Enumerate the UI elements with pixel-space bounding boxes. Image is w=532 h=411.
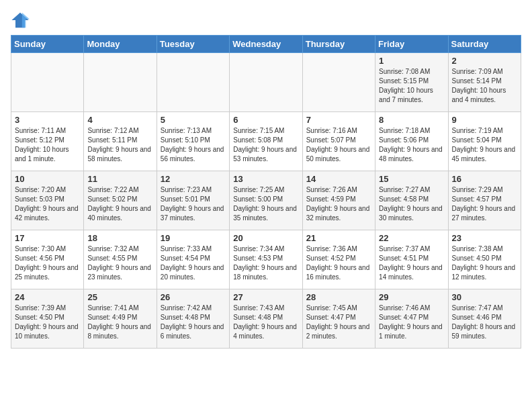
day-info: Sunrise: 7:15 AM Sunset: 5:08 PM Dayligh… — [233, 126, 298, 164]
day-info: Sunrise: 7:29 AM Sunset: 4:57 PM Dayligh… — [452, 185, 517, 223]
day-info: Sunrise: 7:37 AM Sunset: 4:51 PM Dayligh… — [379, 244, 444, 282]
header-tuesday: Tuesday — [157, 36, 229, 53]
day-cell: 27Sunrise: 7:43 AM Sunset: 4:48 PM Dayli… — [230, 289, 302, 349]
day-cell: 21Sunrise: 7:36 AM Sunset: 4:52 PM Dayli… — [302, 230, 375, 289]
day-cell — [84, 53, 157, 112]
day-number: 23 — [452, 233, 517, 243]
day-info: Sunrise: 7:30 AM Sunset: 4:56 PM Dayligh… — [15, 244, 80, 282]
day-cell: 24Sunrise: 7:39 AM Sunset: 4:50 PM Dayli… — [11, 289, 84, 349]
day-info: Sunrise: 7:33 AM Sunset: 4:54 PM Dayligh… — [161, 244, 226, 282]
day-cell — [302, 53, 375, 112]
calendar-table: SundayMondayTuesdayWednesdayThursdayFrid… — [11, 35, 521, 349]
day-info: Sunrise: 7:08 AM Sunset: 5:15 PM Dayligh… — [379, 67, 444, 105]
day-cell: 11Sunrise: 7:22 AM Sunset: 5:02 PM Dayli… — [84, 171, 157, 230]
day-number: 22 — [379, 233, 444, 243]
day-number: 15 — [379, 174, 444, 184]
week-row-2: 3Sunrise: 7:11 AM Sunset: 5:12 PM Daylig… — [11, 112, 521, 171]
day-number: 30 — [452, 292, 517, 302]
day-cell: 14Sunrise: 7:26 AM Sunset: 4:59 PM Dayli… — [302, 171, 375, 230]
day-cell: 3Sunrise: 7:11 AM Sunset: 5:12 PM Daylig… — [11, 112, 84, 171]
header-saturday: Saturday — [448, 36, 521, 53]
header-sunday: Sunday — [11, 36, 84, 53]
header-row: SundayMondayTuesdayWednesdayThursdayFrid… — [11, 36, 521, 53]
day-number: 19 — [161, 233, 226, 243]
day-info: Sunrise: 7:46 AM Sunset: 4:47 PM Dayligh… — [379, 304, 444, 341]
logo-icon — [11, 11, 30, 30]
header-friday: Friday — [375, 36, 448, 53]
calendar-body: 1Sunrise: 7:08 AM Sunset: 5:15 PM Daylig… — [11, 53, 521, 349]
day-info: Sunrise: 7:36 AM Sunset: 4:52 PM Dayligh… — [306, 244, 371, 282]
day-info: Sunrise: 7:09 AM Sunset: 5:14 PM Dayligh… — [452, 67, 517, 105]
day-number: 13 — [233, 174, 298, 184]
day-number: 12 — [161, 174, 226, 184]
day-cell: 13Sunrise: 7:25 AM Sunset: 5:00 PM Dayli… — [230, 171, 302, 230]
day-info: Sunrise: 7:34 AM Sunset: 4:53 PM Dayligh… — [233, 244, 298, 282]
page-header — [11, 11, 521, 30]
day-number: 24 — [15, 292, 80, 302]
day-cell: 1Sunrise: 7:08 AM Sunset: 5:15 PM Daylig… — [375, 53, 448, 112]
day-number: 6 — [233, 115, 298, 125]
day-info: Sunrise: 7:45 AM Sunset: 4:47 PM Dayligh… — [306, 304, 371, 341]
day-cell: 8Sunrise: 7:18 AM Sunset: 5:06 PM Daylig… — [375, 112, 448, 171]
day-cell: 6Sunrise: 7:15 AM Sunset: 5:08 PM Daylig… — [230, 112, 302, 171]
day-cell: 22Sunrise: 7:37 AM Sunset: 4:51 PM Dayli… — [375, 230, 448, 289]
day-number: 5 — [161, 115, 226, 125]
day-number: 9 — [452, 115, 517, 125]
day-number: 2 — [452, 56, 517, 66]
day-info: Sunrise: 7:27 AM Sunset: 4:58 PM Dayligh… — [379, 185, 444, 223]
day-number: 28 — [306, 292, 371, 302]
day-info: Sunrise: 7:43 AM Sunset: 4:48 PM Dayligh… — [233, 304, 298, 341]
day-number: 14 — [306, 174, 371, 184]
day-number: 29 — [379, 292, 444, 302]
day-number: 7 — [306, 115, 371, 125]
day-info: Sunrise: 7:19 AM Sunset: 5:04 PM Dayligh… — [452, 126, 517, 164]
day-number: 10 — [15, 174, 80, 184]
day-number: 11 — [87, 174, 152, 184]
day-info: Sunrise: 7:25 AM Sunset: 5:00 PM Dayligh… — [233, 185, 298, 223]
day-cell: 29Sunrise: 7:46 AM Sunset: 4:47 PM Dayli… — [375, 289, 448, 349]
day-info: Sunrise: 7:23 AM Sunset: 5:01 PM Dayligh… — [161, 185, 226, 223]
day-cell — [11, 53, 84, 112]
day-cell: 10Sunrise: 7:20 AM Sunset: 5:03 PM Dayli… — [11, 171, 84, 230]
day-cell: 28Sunrise: 7:45 AM Sunset: 4:47 PM Dayli… — [302, 289, 375, 349]
day-number: 20 — [233, 233, 298, 243]
day-info: Sunrise: 7:32 AM Sunset: 4:55 PM Dayligh… — [87, 244, 152, 282]
day-info: Sunrise: 7:38 AM Sunset: 4:50 PM Dayligh… — [452, 244, 517, 282]
day-number: 26 — [161, 292, 226, 302]
day-info: Sunrise: 7:16 AM Sunset: 5:07 PM Dayligh… — [306, 126, 371, 164]
day-cell: 19Sunrise: 7:33 AM Sunset: 4:54 PM Dayli… — [157, 230, 229, 289]
svg-marker-0 — [11, 13, 28, 28]
day-cell: 2Sunrise: 7:09 AM Sunset: 5:14 PM Daylig… — [448, 53, 521, 112]
day-info: Sunrise: 7:18 AM Sunset: 5:06 PM Dayligh… — [379, 126, 444, 164]
day-number: 3 — [15, 115, 80, 125]
day-cell: 9Sunrise: 7:19 AM Sunset: 5:04 PM Daylig… — [448, 112, 521, 171]
day-info: Sunrise: 7:42 AM Sunset: 4:48 PM Dayligh… — [161, 304, 226, 341]
logo — [11, 11, 34, 30]
header-thursday: Thursday — [302, 36, 375, 53]
day-info: Sunrise: 7:26 AM Sunset: 4:59 PM Dayligh… — [306, 185, 371, 223]
day-cell: 17Sunrise: 7:30 AM Sunset: 4:56 PM Dayli… — [11, 230, 84, 289]
day-number: 17 — [15, 233, 80, 243]
week-row-3: 10Sunrise: 7:20 AM Sunset: 5:03 PM Dayli… — [11, 171, 521, 230]
day-info: Sunrise: 7:41 AM Sunset: 4:49 PM Dayligh… — [87, 304, 152, 341]
day-cell: 18Sunrise: 7:32 AM Sunset: 4:55 PM Dayli… — [84, 230, 157, 289]
week-row-4: 17Sunrise: 7:30 AM Sunset: 4:56 PM Dayli… — [11, 230, 521, 289]
day-info: Sunrise: 7:39 AM Sunset: 4:50 PM Dayligh… — [15, 304, 80, 341]
day-number: 18 — [87, 233, 152, 243]
day-cell: 20Sunrise: 7:34 AM Sunset: 4:53 PM Dayli… — [230, 230, 302, 289]
day-info: Sunrise: 7:12 AM Sunset: 5:11 PM Dayligh… — [87, 126, 152, 164]
day-info: Sunrise: 7:22 AM Sunset: 5:02 PM Dayligh… — [87, 185, 152, 223]
week-row-1: 1Sunrise: 7:08 AM Sunset: 5:15 PM Daylig… — [11, 53, 521, 112]
day-number: 16 — [452, 174, 517, 184]
day-number: 4 — [87, 115, 152, 125]
day-number: 1 — [379, 56, 444, 66]
day-cell: 25Sunrise: 7:41 AM Sunset: 4:49 PM Dayli… — [84, 289, 157, 349]
header-monday: Monday — [84, 36, 157, 53]
day-number: 21 — [306, 233, 371, 243]
day-info: Sunrise: 7:47 AM Sunset: 4:46 PM Dayligh… — [452, 304, 517, 341]
day-info: Sunrise: 7:20 AM Sunset: 5:03 PM Dayligh… — [15, 185, 80, 223]
calendar-header: SundayMondayTuesdayWednesdayThursdayFrid… — [11, 36, 521, 53]
day-cell: 12Sunrise: 7:23 AM Sunset: 5:01 PM Dayli… — [157, 171, 229, 230]
day-cell: 7Sunrise: 7:16 AM Sunset: 5:07 PM Daylig… — [302, 112, 375, 171]
day-cell: 4Sunrise: 7:12 AM Sunset: 5:11 PM Daylig… — [84, 112, 157, 171]
